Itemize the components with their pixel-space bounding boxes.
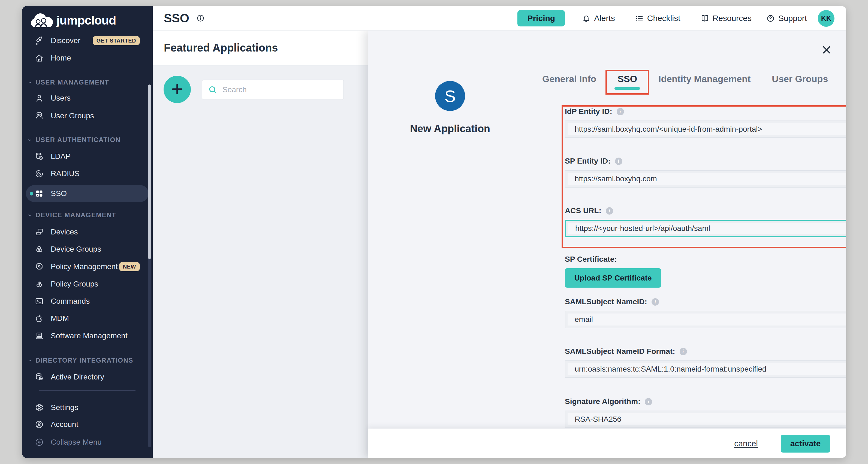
sidebar-item-label: Account (51, 420, 78, 429)
tab-identity-management[interactable]: Identity Management (658, 73, 750, 90)
chevron-down-icon (28, 138, 32, 142)
sidebar-section-device-management[interactable]: DEVICE MANAGEMENT (22, 210, 153, 220)
venn-icon (35, 245, 44, 254)
question-circle-icon (766, 14, 775, 23)
active-tab-underline (615, 87, 640, 90)
jumpcloud-cloud-icon (30, 13, 54, 28)
sidebar-item-ldap[interactable]: LDAP (22, 148, 153, 165)
support-button[interactable]: Support (766, 13, 807, 23)
sidebar-item-label: Devices (51, 228, 78, 236)
sidebar-item-device-groups[interactable]: Device Groups (22, 241, 153, 258)
info-icon[interactable] (196, 14, 205, 22)
sidebar-item-users[interactable]: Users (22, 90, 153, 106)
resources-label: Resources (713, 13, 752, 23)
sidebar-item-collapse-menu[interactable]: Collapse Menu (22, 434, 153, 451)
idp-entity-id-input[interactable] (565, 121, 846, 138)
label-text: SAMLSubject NameID Format: (565, 347, 675, 356)
tab-label: SSO (617, 73, 637, 84)
sp-entity-id-input[interactable] (565, 170, 846, 188)
selected-value: email (575, 315, 593, 324)
laptop-apps-icon (35, 331, 44, 341)
add-application-button[interactable] (163, 76, 191, 103)
new-application-modal: S New Application General Info SSO Ident… (368, 31, 846, 458)
tab-general-info[interactable]: General Info (542, 73, 596, 90)
label-text: IdP Entity ID: (565, 107, 612, 116)
tab-label: User Groups (772, 73, 828, 84)
sidebar-item-software-management[interactable]: Software Management (22, 328, 153, 344)
sidebar-item-radius[interactable]: RADIUS (22, 165, 153, 182)
alerts-button[interactable]: Alerts (582, 13, 615, 23)
samlsubject-nameid-field: SAMLSubject NameID: email (565, 297, 846, 328)
tab-sso[interactable]: SSO (617, 73, 637, 90)
logo-wordmark: jumpcloud (56, 13, 116, 28)
info-icon[interactable] (680, 348, 687, 355)
person-circle-icon (35, 420, 44, 429)
chevron-down-icon (28, 81, 32, 85)
database-windows-icon (35, 372, 44, 382)
sidebar-item-label: Discover (51, 36, 81, 45)
application-initial-badge: S (435, 81, 465, 111)
acs-url-input[interactable] (565, 220, 846, 237)
info-icon[interactable] (606, 207, 613, 215)
field-label: SP Entity ID: (565, 156, 846, 166)
field-label: Signature Algorithm: (565, 397, 846, 406)
sidebar-item-label: SSO (51, 189, 67, 198)
radius-signal-icon (35, 169, 44, 178)
search-input[interactable] (222, 85, 338, 94)
sidebar-item-account[interactable]: Account (22, 416, 153, 433)
sidebar-item-label: Users (51, 94, 71, 102)
info-icon[interactable] (615, 158, 622, 165)
sidebar-item-settings[interactable]: Settings (22, 399, 153, 416)
selected-value: RSA-SHA256 (575, 415, 621, 424)
checklist-button[interactable]: Checklist (635, 13, 680, 23)
sidebar-item-label: User Groups (51, 112, 94, 120)
terminal-icon (35, 297, 44, 306)
sidebar-item-commands[interactable]: Commands (22, 293, 153, 310)
home-icon (35, 54, 44, 63)
pricing-button[interactable]: Pricing (518, 10, 565, 26)
samlsubject-nameid-select[interactable]: email (565, 311, 846, 328)
sidebar-item-home[interactable]: Home (22, 50, 153, 66)
plus-icon (170, 82, 184, 96)
close-button[interactable] (821, 45, 832, 56)
sidebar-section-directory-integrations[interactable]: DIRECTORY INTEGRATIONS (22, 355, 153, 366)
sidebar-section-user-management[interactable]: USER MANAGEMENT (22, 77, 153, 88)
sidebar-scrollbar-thumb[interactable] (148, 85, 151, 259)
info-icon[interactable] (645, 398, 652, 405)
resources-button[interactable]: Resources (701, 13, 752, 23)
samlsubject-nameid-format-select[interactable]: urn:oasis:names:tc:SAML:1.0:nameid-forma… (565, 361, 846, 378)
devices-icon (35, 227, 44, 237)
idp-entity-id-field: IdP Entity ID: (565, 107, 846, 138)
app-window: jumpcloud Discover GET STARTED Home USER… (22, 6, 846, 458)
sidebar-item-label: Commands (51, 297, 90, 306)
sidebar-item-mdm[interactable]: MDM (22, 310, 153, 327)
close-icon (822, 45, 832, 55)
sidebar-section-user-authentication[interactable]: USER AUTHENTICATION (22, 135, 153, 145)
info-icon[interactable] (617, 108, 624, 115)
sidebar-item-label: Software Management (51, 332, 128, 340)
sidebar-item-discover[interactable]: Discover GET STARTED (22, 32, 153, 49)
top-right-nav: Pricing Alerts Checklist Resources Suppo… (518, 6, 834, 31)
cancel-button[interactable]: cancel (734, 439, 758, 448)
sidebar-item-user-groups[interactable]: User Groups (22, 107, 153, 124)
sidebar-item-label: Settings (51, 403, 78, 412)
support-label: Support (778, 13, 807, 23)
upload-sp-certificate-button[interactable]: Upload SP Certificate (565, 268, 661, 288)
tab-user-groups[interactable]: User Groups (772, 73, 828, 90)
label-text: SAMLSubject NameID: (565, 298, 647, 306)
sidebar-item-sso[interactable]: SSO (26, 185, 149, 202)
activate-button[interactable]: activate (781, 435, 830, 453)
sidebar-item-policy-management[interactable]: Policy Management NEW (22, 258, 153, 275)
policy-icon (35, 262, 44, 271)
avatar[interactable]: KK (818, 10, 834, 27)
sidebar-item-policy-groups[interactable]: Policy Groups (22, 276, 153, 292)
search-icon (208, 85, 218, 95)
sidebar-item-devices[interactable]: Devices (22, 223, 153, 241)
database-clock-icon (35, 152, 44, 161)
sidebar-item-active-directory[interactable]: Active Directory (22, 369, 153, 385)
label-text: SP Certificate: (565, 255, 617, 264)
get-started-badge: GET STARTED (93, 36, 140, 45)
info-icon[interactable] (652, 298, 659, 306)
alerts-label: Alerts (594, 13, 615, 23)
signature-algorithm-select[interactable]: RSA-SHA256 (565, 410, 846, 428)
